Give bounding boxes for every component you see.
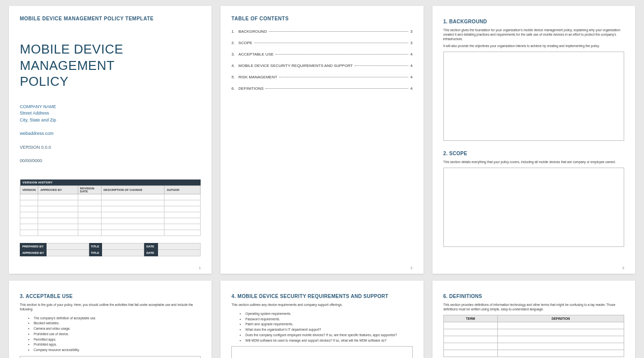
- date-text: 00/00/0000: [20, 158, 201, 165]
- toc-num: 1.: [231, 29, 238, 34]
- sig-date-label-2: DATE: [144, 249, 158, 256]
- def-col-definition: DEFINITION: [497, 315, 624, 322]
- page-3-background-scope: 1. BACKGROUND This section gives the fou…: [432, 6, 635, 274]
- acceptable-use-intro: This section is the guts of your policy.…: [20, 303, 201, 312]
- toc-row-3: 3. ACCEPTABLE USE 4: [231, 52, 412, 57]
- vhist-col-author: AUTHOR: [164, 185, 201, 194]
- signature-table: PREPARED BY TITLE DATE APPROVED BY TITLE…: [20, 243, 201, 256]
- version-history-banner: VERSION HISTORY: [20, 179, 201, 186]
- list-item: Password requirements.: [245, 317, 412, 322]
- vhist-col-approved: APPROVED BY: [38, 185, 78, 194]
- table-row: [443, 343, 624, 350]
- list-item: Permitted apps.: [34, 337, 201, 342]
- toc-row-5: 5. RISK MANAGEMENT 4: [231, 75, 412, 79]
- vhist-col-revdate: REVISION DATE: [78, 185, 101, 194]
- sig-title-label-1: TITLE: [89, 243, 102, 249]
- sig-title-label-2: TITLE: [89, 249, 102, 256]
- def-col-term: TERM: [443, 315, 497, 322]
- list-item: The company's definition of acceptable u…: [34, 316, 201, 321]
- sig-title-value-1: [102, 243, 144, 249]
- list-item: What does the organization's IT departme…: [245, 327, 412, 332]
- web-address: webaddress.com: [20, 130, 201, 137]
- company-name: COMPANY NAME: [20, 104, 201, 111]
- background-desc-1: This section gives the foundation for yo…: [443, 28, 624, 41]
- table-row: [443, 322, 624, 329]
- page-1-cover: MOBILE DEVICE MANAGEMENT POLICY TEMPLATE…: [9, 6, 212, 274]
- table-row: [443, 336, 624, 343]
- scope-desc: This section details everything that you…: [443, 160, 624, 165]
- sig-date-value-1: [158, 243, 201, 249]
- page-6-definitions: 6. DEFINITIONS This section provides def…: [432, 281, 635, 358]
- document-title: MOBILE DEVICE MANAGEMENT POLICY: [20, 41, 201, 90]
- acceptable-use-list: The company's definition of acceptable u…: [20, 316, 201, 353]
- security-input-box: [231, 346, 412, 358]
- sig-title-value-2: [102, 249, 144, 256]
- toc-row-1: 1. BACKGROUND 3: [231, 29, 412, 34]
- table-row: [443, 350, 624, 357]
- toc-row-4: 4. MOBILE DEVICE SECURITY REQUIREMENTS A…: [231, 63, 412, 68]
- list-item: Will MDM software be used to manage and …: [245, 338, 412, 343]
- sig-prepared-by-label: PREPARED BY: [20, 243, 47, 249]
- definitions-intro: This section provides definitions of inf…: [443, 303, 624, 312]
- security-list: Operating system requirements. Password …: [231, 311, 412, 344]
- title-line-3: POLICY: [20, 74, 68, 89]
- toc-row-6: 6. DEFINITIONS 4: [231, 86, 412, 91]
- page-number-3: 3: [622, 266, 624, 270]
- page-2-toc: TABLE OF CONTENTS 1. BACKGROUND 3 2. SCO…: [220, 6, 423, 274]
- page-number-1: 1: [199, 266, 201, 270]
- background-desc-2: It will also provide the objectives your…: [443, 44, 624, 49]
- list-item: Prohibited use of device.: [34, 332, 201, 337]
- security-intro: This section outlines any device require…: [231, 303, 412, 307]
- definitions-table: TERM DEFINITION: [443, 315, 624, 357]
- list-item: Patch and upgrade requirements.: [245, 322, 412, 327]
- sig-approved-by-label: APPROVED BY: [20, 249, 47, 256]
- page-5-security-support: 4. MOBILE DEVICE SECURITY REQUIREMENTS A…: [220, 281, 423, 358]
- city-state-zip: City, State and Zip: [20, 117, 201, 124]
- sig-prepared-by-value: [46, 243, 89, 249]
- sig-approved-by-value: [46, 249, 89, 256]
- street-address: Street Address: [20, 110, 201, 117]
- page-4-acceptable-use: 3. ACCEPTABLE USE This section is the gu…: [9, 281, 212, 358]
- vhist-col-description: DESCRIPTION OF CHANGE: [101, 185, 164, 194]
- background-heading: 1. BACKGROUND: [443, 19, 624, 24]
- version-text: VERSION 0.0.0: [20, 144, 201, 151]
- toc-heading: TABLE OF CONTENTS: [231, 16, 412, 21]
- scope-heading: 2. SCOPE: [443, 151, 624, 156]
- toc-row-2: 2. SCOPE 3: [231, 41, 412, 45]
- table-row: [443, 329, 624, 336]
- scope-input-box: [443, 168, 624, 247]
- background-input-box: [443, 52, 624, 141]
- sig-date-label-1: DATE: [144, 243, 158, 249]
- security-heading: 4. MOBILE DEVICE SECURITY REQUIREMENTS A…: [231, 294, 412, 299]
- title-line-2: MANAGEMENT: [20, 58, 114, 73]
- toc-page: 3: [410, 29, 412, 34]
- list-item: Prohibited apps.: [34, 342, 201, 347]
- acceptable-use-heading: 3. ACCEPTABLE USE: [20, 294, 201, 299]
- toc-dots: [269, 31, 409, 32]
- title-line-1: MOBILE DEVICE: [20, 42, 123, 57]
- definitions-heading: 6. DEFINITIONS: [443, 294, 624, 299]
- toc-label: BACKGROUND: [238, 29, 267, 34]
- sig-date-value-2: [158, 249, 201, 256]
- list-item: Blocked websites.: [34, 321, 201, 326]
- acceptable-use-input-box: [20, 356, 201, 358]
- list-item: Camera and video usage.: [34, 326, 201, 331]
- vhist-col-version: VERSION: [20, 185, 38, 194]
- page-number-2: 2: [411, 266, 413, 270]
- list-item: Operating system requirements.: [245, 311, 412, 316]
- list-item: Company resource accessibility.: [34, 348, 201, 353]
- version-history-table: VERSION HISTORY VERSION APPROVED BY REVI…: [20, 179, 201, 236]
- list-item: Does the company configure employee mobi…: [245, 333, 412, 338]
- template-label: MOBILE DEVICE MANAGEMENT POLICY TEMPLATE: [20, 16, 201, 21]
